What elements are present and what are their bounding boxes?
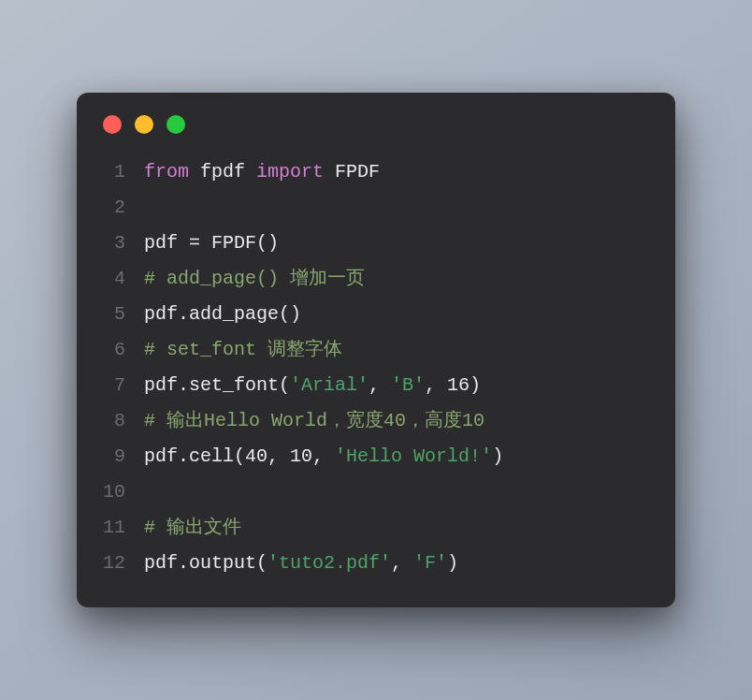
line-number: 1: [103, 154, 144, 190]
line-number: 2: [103, 190, 144, 226]
code-content: from fpdf import FPDF: [144, 154, 380, 190]
code-content: # 输出文件: [144, 510, 241, 546]
code-content: # 输出Hello World，宽度40，高度10: [144, 403, 484, 439]
close-icon[interactable]: [103, 115, 122, 134]
line-number: 8: [103, 403, 144, 439]
code-line: 8# 输出Hello World，宽度40，高度10: [103, 403, 649, 439]
code-content: pdf.output('tuto2.pdf', 'F'): [144, 546, 458, 581]
code-content: # add_page() 增加一页: [144, 261, 365, 297]
code-line: 5pdf.add_page(): [103, 297, 649, 332]
line-number: 10: [103, 474, 144, 510]
minimize-icon[interactable]: [135, 115, 153, 134]
zoom-icon[interactable]: [166, 115, 185, 134]
code-content: pdf.add_page(): [144, 297, 301, 332]
code-line: 2: [103, 190, 649, 226]
line-number: 6: [103, 332, 144, 368]
code-line: 12pdf.output('tuto2.pdf', 'F'): [103, 546, 649, 581]
code-line: 11# 输出文件: [103, 510, 649, 546]
code-content: # set_font 调整字体: [144, 332, 342, 368]
code-content: pdf.cell(40, 10, 'Hello World!'): [144, 439, 503, 474]
code-editor[interactable]: 1from fpdf import FPDF2 3pdf = FPDF()4# …: [103, 154, 649, 581]
code-content: [144, 474, 155, 510]
code-line: 10: [103, 474, 649, 510]
code-line: 1from fpdf import FPDF: [103, 154, 649, 190]
line-number: 3: [103, 226, 144, 261]
code-line: 3pdf = FPDF(): [103, 226, 649, 261]
line-number: 9: [103, 439, 144, 474]
line-number: 7: [103, 368, 144, 403]
code-window: 1from fpdf import FPDF2 3pdf = FPDF()4# …: [77, 93, 675, 607]
code-line: 6# set_font 调整字体: [103, 332, 649, 368]
line-number: 12: [103, 546, 144, 581]
code-content: pdf.set_font('Arial', 'B', 16): [144, 368, 481, 403]
code-content: pdf = FPDF(): [144, 226, 279, 261]
line-number: 11: [103, 510, 144, 546]
code-line: 4# add_page() 增加一页: [103, 261, 649, 297]
code-line: 9pdf.cell(40, 10, 'Hello World!'): [103, 439, 649, 474]
code-content: [144, 190, 155, 226]
line-number: 4: [103, 261, 144, 297]
code-line: 7pdf.set_font('Arial', 'B', 16): [103, 368, 649, 403]
line-number: 5: [103, 297, 144, 332]
window-titlebar: [103, 115, 649, 154]
